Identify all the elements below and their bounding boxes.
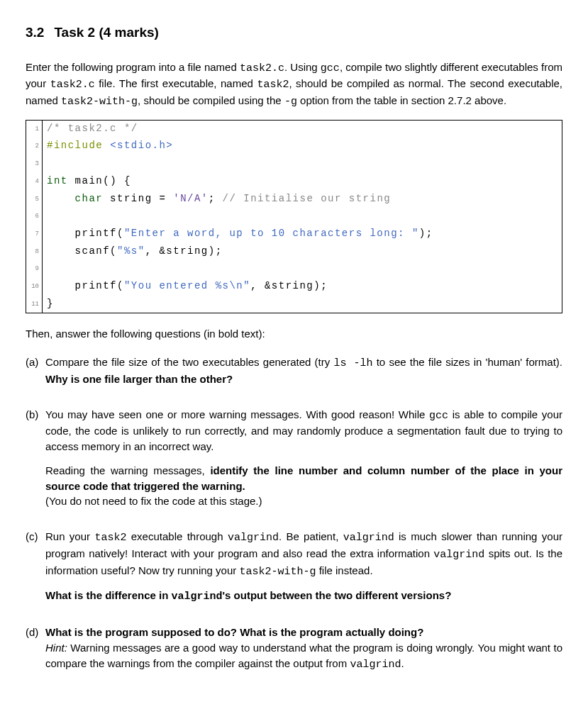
code-line: 5 char string = 'N/A'; // Initialise our… <box>26 191 562 208</box>
question-label: (a) <box>26 354 45 396</box>
code-text: printf("You entered %s\n", &string); <box>43 278 328 296</box>
code-line: 11} <box>26 296 562 313</box>
code-line: 4int main() { <box>26 173 562 191</box>
code-line: 6 <box>26 208 562 225</box>
code-inline: task2-with-g <box>239 566 316 578</box>
code-line: 7 printf("Enter a word, up to 10 charact… <box>26 225 562 243</box>
code-inline: valgrind <box>350 659 401 671</box>
code-inline: valgrind <box>228 532 279 544</box>
code-text: printf("Enter a word, up to 10 character… <box>43 225 433 243</box>
question-label: (b) <box>26 407 45 518</box>
code-text <box>43 260 54 278</box>
code-inline: task2-with-g <box>61 96 138 108</box>
line-number: 7 <box>26 225 43 243</box>
code-text: } <box>43 296 54 313</box>
line-number: 10 <box>26 278 43 296</box>
code-text: int main() { <box>43 173 131 191</box>
code-inline: -g <box>284 96 297 108</box>
code-inline: task2.c <box>50 79 95 91</box>
line-number: 8 <box>26 243 43 261</box>
question-c: (c) Run your task2 executable through va… <box>26 529 562 613</box>
code-inline: valgrind <box>172 591 223 603</box>
code-text: scanf("%s", &string); <box>43 243 223 261</box>
question-list: (a) Compare the file size of the two exe… <box>26 354 562 681</box>
code-line: 8 scanf("%s", &string); <box>26 243 562 261</box>
code-line: 9 <box>26 260 562 278</box>
question-b: (b) You may have seen one or more warnin… <box>26 407 562 518</box>
line-number: 5 <box>26 191 43 208</box>
bold-question: What is the program supposed to do? What… <box>45 626 423 638</box>
code-text: /* task2.c */ <box>43 121 138 138</box>
code-text <box>43 208 54 225</box>
code-text: #include <stdio.h> <box>43 138 173 155</box>
line-number: 2 <box>26 138 43 155</box>
section-number: 3.2 <box>26 25 44 40</box>
bold-question: Why is one file larger than the other? <box>45 373 233 385</box>
code-line: 2#include <stdio.h> <box>26 138 562 155</box>
question-label: (c) <box>26 529 45 613</box>
line-number: 6 <box>26 208 43 225</box>
code-inline: task2 <box>94 532 126 544</box>
code-inline: task2 <box>257 79 289 91</box>
code-inline: ls -lh <box>333 357 372 369</box>
question-d: (d) What is the program supposed to do? … <box>26 625 562 681</box>
section-heading: 3.2Task 2 (4 marks) <box>26 23 562 43</box>
code-inline: valgrind <box>433 549 484 561</box>
after-code-text: Then, answer the following questions (in… <box>26 326 562 342</box>
question-a: (a) Compare the file size of the two exe… <box>26 354 562 396</box>
line-number: 4 <box>26 173 43 191</box>
question-label: (d) <box>26 625 45 681</box>
code-inline: gcc <box>321 62 340 74</box>
line-number: 9 <box>26 260 43 278</box>
section-title: Task 2 (4 marks) <box>54 25 159 40</box>
hint-label: Hint: <box>45 642 67 654</box>
line-number: 3 <box>26 155 43 173</box>
code-line: 10 printf("You entered %s\n", &string); <box>26 278 562 296</box>
code-inline: gcc <box>429 410 448 422</box>
line-number: 11 <box>26 296 43 313</box>
code-line: 3 <box>26 155 562 173</box>
code-text: char string = 'N/A'; // Initialise our s… <box>43 191 391 208</box>
code-listing: 1/* task2.c */2#include <stdio.h>3 4int … <box>26 120 562 314</box>
code-line: 1/* task2.c */ <box>26 121 562 138</box>
code-text <box>43 155 54 173</box>
line-number: 1 <box>26 121 43 138</box>
intro-paragraph: Enter the following program into a file … <box>26 60 562 110</box>
bold-question: What is the difference in valgrind's out… <box>45 588 562 605</box>
code-inline: valgrind <box>343 532 394 544</box>
code-inline: task2.c <box>240 62 284 74</box>
